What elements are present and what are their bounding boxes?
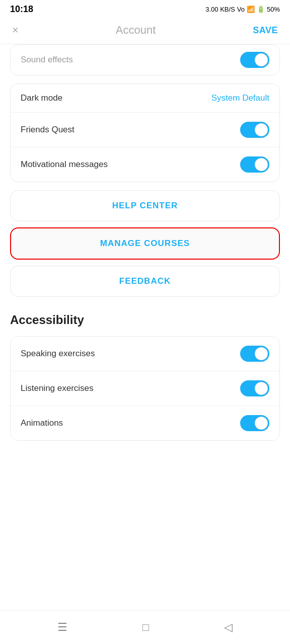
dark-mode-value: System Default xyxy=(211,93,269,103)
help-center-button[interactable]: HELP CENTER xyxy=(10,190,280,221)
animations-row: Animations xyxy=(11,406,279,440)
listening-exercises-row: Listening exercises xyxy=(11,371,279,406)
bottom-nav: ☰ □ ◁ xyxy=(0,610,290,644)
toggle-knob xyxy=(255,347,268,360)
feedback-label: FEEDBACK xyxy=(119,276,171,286)
toggle-knob xyxy=(255,382,268,395)
battery-icon: 🔋 xyxy=(257,6,265,13)
manage-courses-button[interactable]: MANAGE COURSES xyxy=(10,227,280,260)
signal-icon: 📶 xyxy=(247,6,255,13)
motivational-messages-label: Motivational messages xyxy=(21,159,108,170)
home-icon[interactable]: □ xyxy=(142,621,149,634)
listening-exercises-label: Listening exercises xyxy=(21,383,94,393)
nav-header: × Account SAVE xyxy=(0,17,290,44)
friends-quest-label: Friends Quest xyxy=(21,125,75,135)
save-button[interactable]: SAVE xyxy=(253,25,278,36)
accessibility-card: Speaking exercises Listening exercises A… xyxy=(10,336,280,441)
sound-effects-card: Sound effects xyxy=(10,44,280,75)
accessibility-title: Accessibility xyxy=(10,313,84,327)
dark-mode-label: Dark mode xyxy=(21,93,62,103)
friends-quest-row: Friends Quest xyxy=(11,113,279,147)
sound-effects-label: Sound effects xyxy=(21,55,73,65)
back-icon[interactable]: ◁ xyxy=(224,621,233,634)
speaking-exercises-label: Speaking exercises xyxy=(21,349,95,359)
settings-card: Dark mode System Default Friends Quest M… xyxy=(10,84,280,182)
toggle-knob xyxy=(255,158,268,171)
page-title: Account xyxy=(116,24,156,37)
feedback-button[interactable]: FEEDBACK xyxy=(10,266,280,297)
animations-toggle[interactable] xyxy=(240,415,269,431)
friends-quest-toggle[interactable] xyxy=(240,122,269,138)
motivational-messages-row: Motivational messages xyxy=(11,147,279,182)
motivational-messages-toggle[interactable] xyxy=(240,156,269,173)
sound-effects-row: Sound effects xyxy=(11,45,279,75)
sound-effects-toggle[interactable] xyxy=(240,52,269,68)
close-button[interactable]: × xyxy=(12,24,19,37)
speaking-exercises-row: Speaking exercises xyxy=(11,337,279,371)
toggle-knob xyxy=(255,417,268,430)
accessibility-section-header: Accessibility xyxy=(0,303,290,332)
status-time: 10:18 xyxy=(10,4,33,15)
dark-mode-row[interactable]: Dark mode System Default xyxy=(11,84,279,113)
animations-label: Animations xyxy=(21,418,63,428)
network-type: Vo xyxy=(237,6,245,13)
help-center-label: HELP CENTER xyxy=(112,201,178,211)
toggle-knob xyxy=(255,123,268,136)
listening-exercises-toggle[interactable] xyxy=(240,380,269,396)
status-bar: 10:18 3.00 KB/S Vo 📶 🔋 50% xyxy=(0,0,290,17)
battery-level: 50% xyxy=(267,6,280,13)
toggle-knob xyxy=(255,53,268,66)
status-icons: 3.00 KB/S Vo 📶 🔋 50% xyxy=(205,6,280,13)
manage-courses-label: MANAGE COURSES xyxy=(100,238,190,249)
menu-icon[interactable]: ☰ xyxy=(57,621,67,634)
speaking-exercises-toggle[interactable] xyxy=(240,346,269,362)
network-speed: 3.00 KB/S xyxy=(205,6,235,13)
